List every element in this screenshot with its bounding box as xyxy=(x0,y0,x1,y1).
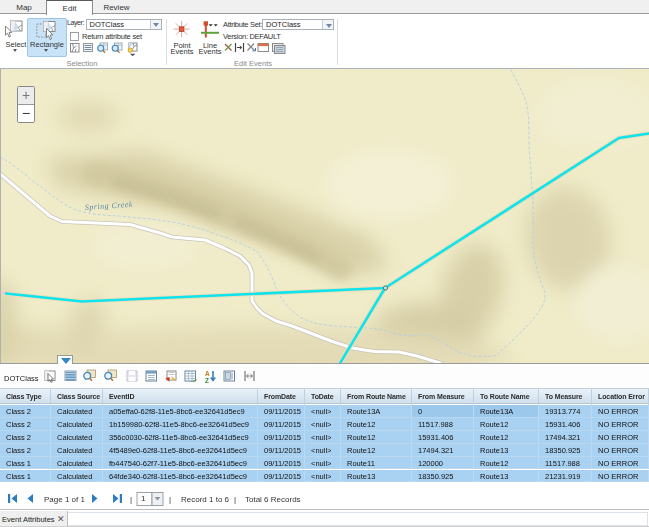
svg-text:|: | xyxy=(234,495,236,504)
svg-text:Total 6 Records: Total 6 Records xyxy=(245,495,301,504)
svg-text:Z: Z xyxy=(205,377,209,384)
svg-text:1: 1 xyxy=(141,494,146,503)
svg-text:Page 1 of 1: Page 1 of 1 xyxy=(44,495,85,504)
svg-text:Record 1 to 6: Record 1 to 6 xyxy=(181,495,230,504)
svg-text:|: | xyxy=(130,495,132,504)
svg-text:|: | xyxy=(169,495,171,504)
